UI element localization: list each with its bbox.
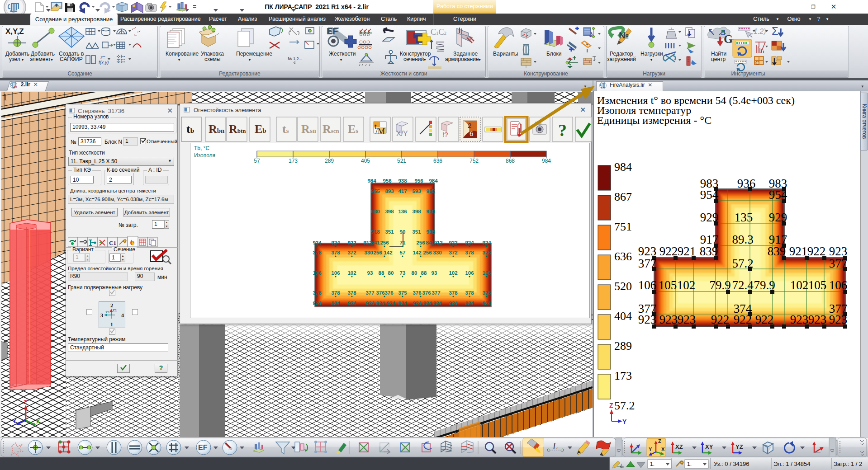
svg-text:C1: C1 (109, 240, 116, 246)
svg-text:922: 922 (347, 240, 356, 245)
svg-text:378: 378 (331, 250, 340, 255)
svg-text:схемы: схемы (204, 56, 220, 62)
svg-text:924: 924 (433, 301, 442, 306)
svg-text:378: 378 (313, 290, 322, 296)
svg-text:351: 351 (385, 229, 394, 235)
svg-text:378: 378 (465, 290, 474, 296)
svg-text:57: 57 (254, 158, 260, 164)
svg-text:173: 173 (614, 369, 632, 382)
svg-text:377: 377 (365, 290, 374, 296)
svg-text:922: 922 (807, 244, 826, 258)
svg-text:▾: ▾ (650, 58, 652, 62)
svg-text:106: 106 (331, 270, 340, 276)
svg-text:1: 1 (3, 92, 7, 102)
svg-text:Z1: Z1 (113, 308, 117, 312)
svg-text:Варианты: Варианты (493, 51, 518, 57)
svg-text:924: 924 (465, 301, 474, 306)
svg-text:L: L (552, 441, 558, 451)
svg-text:Единицы измерения - °С: Единицы измерения - °С (597, 114, 711, 126)
svg-text:924: 924 (376, 301, 385, 306)
svg-text:984: 984 (614, 160, 632, 174)
svg-text:378: 378 (449, 290, 458, 296)
svg-text:923: 923 (808, 313, 827, 326)
svg-text:636: 636 (614, 250, 632, 263)
svg-text:922: 922 (449, 240, 457, 245)
svg-text:751: 751 (614, 220, 632, 233)
svg-text:Z: Z (658, 438, 661, 444)
svg-text:Эл.: 1 / 34854: Эл.: 1 / 34854 (773, 461, 811, 467)
svg-text:752: 752 (470, 158, 479, 164)
svg-text:868: 868 (506, 158, 515, 164)
svg-text:289: 289 (614, 339, 632, 352)
svg-text:330: 330 (364, 250, 373, 255)
svg-text:армирование▾: армирование▾ (445, 56, 481, 62)
svg-text:938: 938 (398, 178, 407, 183)
svg-text:Σ: Σ (772, 25, 778, 37)
svg-text:954: 954 (769, 188, 787, 202)
svg-text:256: 256 (423, 250, 432, 255)
svg-text:636: 636 (433, 158, 442, 164)
svg-text:79.9: 79.9 (754, 278, 775, 292)
svg-text:G: G (724, 33, 733, 46)
svg-text:924: 924 (449, 301, 458, 306)
svg-text:C1C2: C1C2 (431, 28, 446, 37)
svg-text:XY: XY (705, 443, 713, 450)
svg-text:Изополя: Изополя (194, 152, 215, 159)
svg-text:EF: EF (327, 26, 338, 36)
svg-text:923: 923 (790, 313, 809, 326)
svg-text:C: C (755, 59, 759, 66)
svg-text:105: 105 (659, 278, 677, 292)
svg-text:57.2: 57.2 (732, 257, 753, 270)
svg-text:376: 376 (422, 290, 431, 296)
svg-text:1,2...: 1,2... (293, 56, 302, 61)
svg-text:№: № (619, 30, 629, 40)
svg-text:106: 106 (638, 278, 657, 292)
svg-text:Нагрузки: Нагрузки (640, 51, 663, 57)
svg-text:918: 918 (371, 229, 380, 235)
svg-text:923: 923 (638, 244, 657, 258)
svg-text:924: 924 (482, 301, 491, 306)
svg-text:57.2: 57.2 (614, 399, 635, 412)
svg-text:EF: EF (198, 444, 208, 451)
svg-text:922: 922 (734, 313, 752, 326)
svg-text:135: 135 (735, 211, 753, 224)
svg-text:376: 376 (413, 290, 421, 296)
svg-text:330: 330 (433, 250, 441, 255)
svg-text:105: 105 (808, 278, 827, 292)
svg-text:372: 372 (449, 250, 457, 255)
svg-text:923: 923 (638, 313, 657, 326)
svg-text:954: 954 (700, 188, 719, 202)
svg-text:984: 984 (367, 178, 376, 183)
svg-text:93: 93 (432, 270, 437, 276)
svg-text:918: 918 (426, 229, 435, 235)
svg-text:102: 102 (449, 270, 457, 276)
svg-text:378: 378 (347, 290, 356, 296)
svg-text:924: 924 (482, 240, 491, 245)
svg-text:922: 922 (755, 313, 774, 326)
svg-text:378: 378 (482, 290, 491, 296)
svg-text:936: 936 (737, 177, 756, 190)
svg-text:173: 173 (289, 158, 298, 164)
svg-text:сечений▾: сечений▾ (403, 56, 426, 62)
svg-text:867: 867 (614, 190, 632, 203)
svg-text:f(x,y): f(x,y) (99, 60, 109, 65)
svg-text:1.: 1. (687, 461, 692, 467)
svg-text:521: 521 (397, 158, 406, 164)
svg-text:841: 841 (426, 240, 435, 245)
svg-text:984: 984 (429, 178, 438, 183)
svg-text:21: 21 (14, 86, 17, 89)
svg-text:Tb, °C: Tb, °C (194, 145, 209, 151)
svg-text:106: 106 (829, 278, 848, 292)
svg-text:376: 376 (384, 290, 393, 296)
svg-text:956: 956 (414, 178, 423, 183)
svg-text:839: 839 (768, 244, 786, 258)
svg-text:106: 106 (482, 270, 491, 276)
svg-text:57: 57 (400, 250, 406, 255)
svg-text:▾: ▾ (249, 58, 251, 62)
svg-text:88: 88 (421, 270, 427, 276)
svg-text:102: 102 (347, 270, 356, 276)
svg-text:80: 80 (388, 270, 394, 276)
svg-text:136: 136 (398, 209, 407, 214)
svg-text:922: 922 (711, 313, 730, 326)
svg-text:924: 924 (423, 301, 432, 306)
